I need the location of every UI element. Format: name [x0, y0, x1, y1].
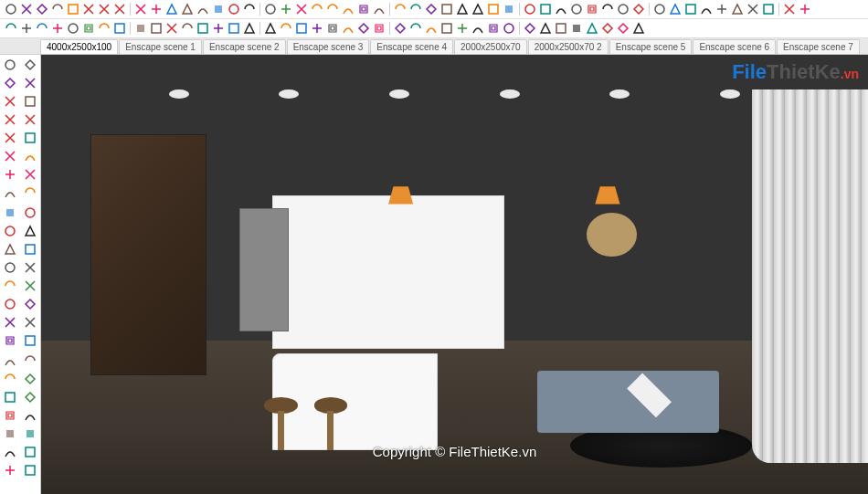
import-icon[interactable]	[439, 21, 454, 36]
follow-me-icon[interactable]	[22, 205, 38, 221]
soften-icon[interactable]	[227, 21, 241, 36]
redo-icon[interactable]	[66, 21, 80, 36]
next-icon[interactable]	[455, 2, 470, 16]
polygon-icon[interactable]	[2, 148, 18, 164]
zoom-icon[interactable]	[393, 2, 408, 16]
tape-icon[interactable]	[2, 259, 18, 276]
solid-trim-icon[interactable]	[22, 278, 38, 294]
3dwarehouse-icon[interactable]	[652, 2, 667, 16]
group-make-icon[interactable]	[22, 75, 38, 91]
section-cut-icon[interactable]	[325, 21, 340, 36]
protractor-icon[interactable]	[279, 2, 293, 16]
flip-along-icon[interactable]	[22, 352, 38, 369]
leader-icon[interactable]	[408, 21, 423, 36]
prefs-icon[interactable]	[486, 21, 501, 36]
dimension-radial-icon[interactable]	[372, 21, 386, 36]
scale-icon[interactable]	[227, 2, 241, 16]
move-icon[interactable]	[196, 2, 210, 16]
lock-icon[interactable]	[22, 130, 38, 146]
roundcorner-icon[interactable]	[22, 407, 38, 424]
select-icon[interactable]	[2, 57, 18, 73]
plugins-icon[interactable]	[502, 21, 516, 36]
offset-icon[interactable]	[2, 241, 18, 258]
fog-icon[interactable]	[616, 2, 630, 16]
dimension-icon[interactable]	[294, 2, 309, 16]
rotate-icon[interactable]	[211, 2, 226, 16]
walk-icon[interactable]	[502, 2, 516, 16]
select-icon[interactable]	[4, 2, 18, 16]
follow-icon[interactable]	[242, 2, 257, 16]
cut-icon[interactable]	[81, 21, 96, 36]
line-icon[interactable]	[35, 2, 49, 16]
dynamic-icon[interactable]	[761, 2, 776, 16]
paint-icon[interactable]	[2, 296, 18, 312]
arc-icon[interactable]	[97, 2, 111, 16]
advanced-camera-icon[interactable]	[746, 2, 760, 16]
previous-icon[interactable]	[439, 2, 454, 16]
undo-icon[interactable]	[50, 21, 65, 36]
tape-icon[interactable]	[263, 2, 278, 16]
extension-icon[interactable]	[668, 2, 683, 16]
hide-icon[interactable]	[164, 21, 179, 36]
enscape-mat-icon[interactable]	[616, 21, 630, 36]
scene-tab[interactable]: Enscape scene 5	[609, 39, 693, 54]
enscape-export-icon[interactable]	[600, 21, 615, 36]
solid-icon[interactable]	[730, 2, 745, 16]
axes-icon[interactable]	[22, 184, 38, 201]
distribute-icon[interactable]	[294, 21, 309, 36]
polygon-icon[interactable]	[133, 2, 148, 16]
freehand-icon[interactable]	[50, 2, 65, 16]
look-around-icon[interactable]	[486, 2, 501, 16]
zoom-extents-icon[interactable]	[408, 2, 423, 16]
pie-icon[interactable]	[149, 2, 164, 16]
move-icon[interactable]	[2, 184, 18, 201]
rotate-icon[interactable]	[2, 205, 18, 221]
flip-icon[interactable]	[263, 21, 278, 36]
axes-icon[interactable]	[325, 2, 340, 16]
offset-icon[interactable]	[180, 2, 195, 16]
paint-icon[interactable]	[523, 2, 537, 16]
text-tool-icon[interactable]	[393, 21, 408, 36]
section-plane-icon[interactable]	[310, 21, 324, 36]
scale-icon[interactable]	[2, 223, 18, 239]
split-icon[interactable]	[22, 314, 38, 331]
section-fill-icon[interactable]	[341, 21, 355, 36]
export-icon[interactable]	[455, 21, 470, 36]
geo-icon[interactable]	[683, 2, 698, 16]
align-icon[interactable]	[279, 21, 293, 36]
eraser-icon[interactable]	[19, 2, 34, 16]
paste-icon[interactable]	[112, 21, 127, 36]
enscape-settings-icon[interactable]	[554, 21, 568, 36]
paint-bucket-icon[interactable]	[35, 21, 49, 36]
layers-icon[interactable]	[585, 2, 599, 16]
zoom-window-icon[interactable]	[424, 2, 439, 16]
intersect-icon[interactable]	[242, 21, 257, 36]
section-icon[interactable]	[22, 148, 38, 164]
soften-icon[interactable]	[22, 332, 38, 349]
info-icon[interactable]	[798, 2, 812, 16]
pan-icon[interactable]	[2, 352, 18, 369]
explode-icon[interactable]	[149, 21, 164, 36]
scene-tab[interactable]: Enscape scene 3	[287, 39, 370, 54]
circle-icon[interactable]	[81, 2, 96, 16]
unlock-icon[interactable]	[211, 21, 226, 36]
pointer-icon[interactable]	[4, 21, 18, 36]
shadows-icon[interactable]	[600, 2, 615, 16]
orbit-icon[interactable]	[356, 2, 371, 16]
scene-tab[interactable]: Enscape scene 7	[777, 39, 860, 54]
scene-tab[interactable]: 2000x2500x70	[454, 39, 527, 54]
outer-shell-icon[interactable]	[22, 296, 38, 312]
3d-text-icon[interactable]	[424, 21, 439, 36]
user-icon[interactable]	[631, 21, 646, 36]
scene-tab[interactable]: Enscape scene 4	[370, 39, 453, 54]
component-make-icon[interactable]	[22, 57, 38, 73]
enscape-start-icon[interactable]	[523, 21, 537, 36]
help-icon[interactable]	[2, 389, 18, 405]
solid-subtract-icon[interactable]	[22, 259, 38, 276]
section-icon[interactable]	[341, 2, 355, 16]
ruby-icon[interactable]	[782, 2, 797, 16]
push-icon[interactable]	[2, 166, 18, 183]
make-component-icon[interactable]	[19, 21, 34, 36]
lock-icon[interactable]	[196, 21, 210, 36]
zoom-icon[interactable]	[2, 371, 18, 387]
